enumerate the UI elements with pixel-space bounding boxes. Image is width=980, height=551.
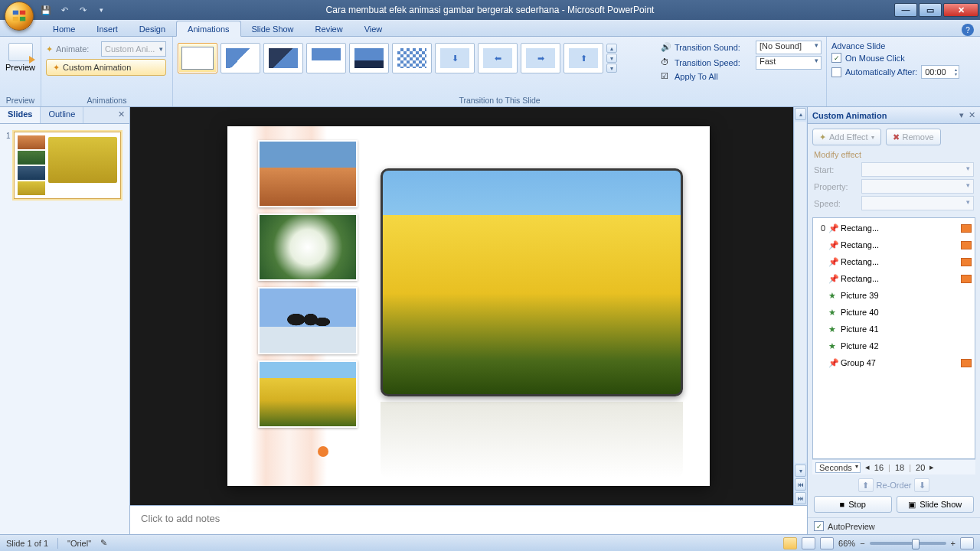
preview-icon [8, 43, 33, 61]
speed-label: Speed: [814, 199, 857, 208]
help-icon[interactable]: ? [962, 24, 974, 36]
spellcheck-icon[interactable]: ✎ [100, 538, 107, 548]
reorder-up-button[interactable]: ⬆ [858, 478, 874, 492]
slideshow-view-button[interactable] [820, 537, 834, 549]
tab-design[interactable]: Design [129, 21, 176, 36]
editor-area: ▴ ▾ ⏮ ⏭ Click to add notes [130, 107, 807, 534]
animation-item[interactable]: 📌Rectang... [813, 253, 975, 270]
transition-item[interactable] [392, 43, 432, 73]
on-click-checkbox[interactable]: ✓ [831, 53, 841, 63]
animation-item[interactable]: 0📌Rectang... [813, 220, 975, 236]
zoom-slider[interactable] [870, 542, 946, 545]
anim-name: Group 47 [841, 358, 958, 367]
trigger-icon: ★ [828, 291, 838, 301]
picture-desert[interactable] [258, 140, 358, 207]
timing-bar [961, 359, 972, 367]
status-bar: Slide 1 of 1 "Oriel" ✎ 66% − + [0, 534, 980, 551]
tl-arrow-right[interactable]: ▸ [929, 462, 934, 472]
redo-icon[interactable]: ↷ [77, 4, 89, 16]
remove-button[interactable]: ✖ Remove [886, 129, 941, 145]
qat-more-icon[interactable]: ▾ [95, 4, 107, 16]
transition-item[interactable] [263, 43, 303, 73]
tab-animations[interactable]: Animations [176, 21, 240, 37]
transition-item[interactable]: ⬆ [564, 43, 603, 73]
auto-after-checkbox[interactable] [831, 67, 841, 77]
tab-review[interactable]: Review [305, 21, 354, 36]
timeline-unit[interactable]: Seconds [815, 462, 861, 473]
transition-none[interactable] [178, 43, 217, 73]
pane-dropdown-icon[interactable]: ▾ [959, 110, 964, 120]
auto-after-label: Automatically After: [845, 67, 917, 77]
zoom-in-icon[interactable]: + [951, 539, 956, 548]
animation-item[interactable]: ★Picture 41 [813, 321, 975, 337]
zoom-out-icon[interactable]: − [860, 539, 864, 548]
animation-item[interactable]: ★Picture 42 [813, 337, 975, 354]
animate-combo[interactable]: Custom Ani... [101, 41, 166, 57]
slide-canvas[interactable]: ▴ ▾ ⏮ ⏭ [130, 107, 807, 505]
property-label: Property: [814, 182, 857, 191]
trans-sound-label: Transition Sound: [675, 43, 753, 52]
normal-view-button[interactable] [783, 537, 797, 549]
pane-close-icon[interactable]: ✕ [113, 107, 129, 123]
minimize-button[interactable]: — [894, 3, 917, 17]
auto-after-spinner[interactable]: 00:00 [921, 65, 959, 79]
tab-home[interactable]: Home [42, 21, 86, 36]
animation-item[interactable]: 📌Group 47 [813, 354, 975, 371]
animation-item[interactable]: 📌Rectang... [813, 236, 975, 253]
slide-thumbnail[interactable] [14, 132, 121, 199]
scroll-down-icon[interactable]: ▾ [795, 465, 806, 477]
slides-tab[interactable]: Slides [0, 107, 41, 123]
trans-sound-combo[interactable]: [No Sound] [756, 41, 822, 54]
autopreview-checkbox[interactable]: ✓ [814, 521, 824, 531]
reorder-down-button[interactable]: ⬇ [914, 478, 929, 492]
tl-arrow-left[interactable]: ◂ [865, 462, 870, 472]
speed-combo[interactable] [861, 196, 974, 210]
property-combo[interactable] [861, 179, 974, 194]
next-slide-icon[interactable]: ⏭ [795, 492, 806, 504]
trans-speed-combo[interactable]: Fast [756, 56, 822, 70]
tab-slideshow[interactable]: Slide Show [241, 21, 305, 36]
anim-name: Rectang... [841, 257, 958, 266]
transition-item[interactable]: ⬅ [478, 43, 518, 73]
sorter-view-button[interactable] [802, 537, 815, 549]
gallery-scroll[interactable]: ▴▾▾ [606, 44, 617, 73]
custom-animation-button[interactable]: ✦ Custom Animation [46, 59, 166, 76]
apply-all-button[interactable]: ☑ Apply To All [661, 71, 822, 82]
undo-icon[interactable]: ↶ [58, 4, 70, 16]
transition-item[interactable] [220, 43, 260, 73]
animation-item[interactable]: ★Picture 39 [813, 287, 975, 304]
pane-close-icon[interactable]: ✕ [969, 110, 975, 120]
speed-icon: ⏱ [661, 57, 671, 68]
close-button[interactable]: ✕ [943, 3, 978, 17]
prev-slide-icon[interactable]: ⏮ [795, 478, 806, 491]
picture-penguins[interactable] [258, 287, 358, 354]
outline-tab[interactable]: Outline [41, 107, 83, 123]
scroll-up-icon[interactable]: ▴ [795, 108, 806, 120]
animation-item[interactable]: 📌Rectang... [813, 270, 975, 287]
transition-item[interactable]: ⬇ [435, 43, 475, 73]
animation-item[interactable]: ★Picture 40 [813, 304, 975, 321]
modify-header: Modify effect [814, 150, 974, 159]
transition-item[interactable]: ➡ [521, 43, 560, 73]
vertical-scrollbar[interactable]: ▴ ▾ ⏮ ⏭ [793, 107, 807, 505]
tab-insert[interactable]: Insert [86, 21, 129, 36]
stop-button[interactable]: ■Stop [814, 496, 892, 513]
transition-item[interactable] [349, 43, 389, 73]
scroll-track[interactable] [795, 122, 806, 463]
transition-item[interactable] [306, 43, 346, 73]
timing-bar [961, 241, 972, 249]
fit-window-button[interactable] [960, 537, 974, 549]
slideshow-button[interactable]: ▣Slide Show [897, 496, 975, 513]
notes-pane[interactable]: Click to add notes [130, 505, 807, 534]
preview-button[interactable]: Preview [1, 40, 40, 75]
picture-flower[interactable] [258, 214, 358, 281]
slide [227, 126, 710, 486]
add-effect-button[interactable]: ✦ Add Effect ▾ [812, 129, 881, 145]
main-picture[interactable] [381, 168, 683, 396]
maximize-button[interactable]: ▭ [919, 3, 942, 17]
tab-view[interactable]: View [354, 21, 394, 36]
picture-tulips[interactable] [258, 360, 358, 428]
start-combo[interactable] [861, 162, 974, 177]
office-button[interactable] [5, 2, 34, 31]
save-icon[interactable]: 💾 [40, 4, 52, 16]
